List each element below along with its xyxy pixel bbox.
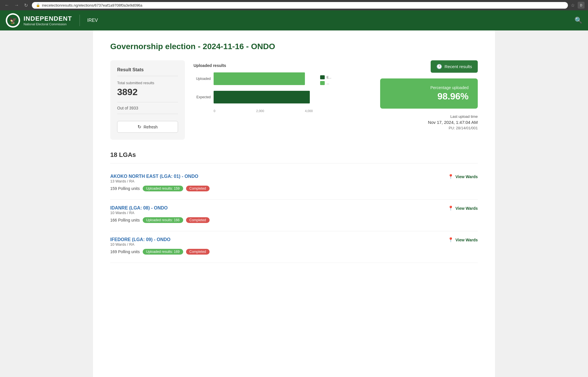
lga-count-title: 18 LGAs xyxy=(110,151,478,164)
location-icon-1: 📍 xyxy=(448,174,454,179)
stats-chart-area: Result Stats Total submitted results 389… xyxy=(110,60,478,140)
recent-results-label: Recent results xyxy=(444,64,472,69)
lga-section: 18 LGAs AKOKO NORTH EAST (LGA: 01) - OND… xyxy=(110,151,478,263)
location-icon-3: 📍 xyxy=(448,237,454,243)
lga-item-2: IDANRE (LGA: 08) - ONDO 10 Wards / RA 16… xyxy=(110,200,478,231)
refresh-label: Refresh xyxy=(144,125,158,129)
lga-wards-2: 10 Wards / RA xyxy=(110,211,210,215)
organization-name: INDEPENDENT xyxy=(24,15,72,22)
view-wards-btn-2[interactable]: 📍 View Wards xyxy=(448,205,478,211)
last-upload-time: Nov 17, 2024, 1:47:04 AM xyxy=(428,120,478,125)
tick-4000: 4,000 xyxy=(305,109,313,113)
lga-left-3: IFEDORE (LGA: 09) - ONDO 10 Wards / RA 1… xyxy=(110,237,210,255)
chart-title: Uploaded results xyxy=(194,63,331,68)
legend-other-label: ... xyxy=(326,81,329,85)
polling-units-1: 159 Polling units xyxy=(110,186,140,191)
lga-name-link-1[interactable]: AKOKO NORTH EAST (LGA: 01) - ONDO xyxy=(110,174,198,179)
uploaded-bar-container xyxy=(214,72,313,85)
result-stats-card: Result Stats Total submitted results 389… xyxy=(110,60,185,140)
expected-label: Expected xyxy=(194,95,211,99)
legend-item-other: ... xyxy=(320,81,331,85)
chart-percentage-area: Uploaded results Uploaded Expected xyxy=(194,60,331,116)
pu-number: PU: 28/14/01/001 xyxy=(428,126,478,130)
logo-inner: 🦅 xyxy=(7,14,19,27)
polling-units-2: 166 Polling units xyxy=(110,218,140,222)
top-right-area: 🕐 Recent results Percentage uploaded 98.… xyxy=(340,60,478,130)
extensions-area: D xyxy=(578,2,585,9)
url-bar[interactable]: 🔒 inecelectionresults.ng/elections/6737e… xyxy=(32,2,568,9)
reload-button[interactable]: ↻ xyxy=(23,2,29,9)
lga-left-2: IDANRE (LGA: 08) - ONDO 10 Wards / RA 16… xyxy=(110,205,210,223)
search-icon[interactable]: 🔍 xyxy=(575,17,582,24)
recent-icon: 🕐 xyxy=(436,64,442,69)
view-wards-label-3: View Wards xyxy=(455,238,478,242)
refresh-button[interactable]: ↻ Refresh xyxy=(117,121,178,133)
recent-results-button[interactable]: 🕐 Recent results xyxy=(431,60,478,73)
lga-item-3: IFEDORE (LGA: 09) - ONDO 10 Wards / RA 1… xyxy=(110,231,478,263)
lga-left-1: AKOKO NORTH EAST (LGA: 01) - ONDO 13 War… xyxy=(110,174,210,191)
view-wards-btn-3[interactable]: 📍 View Wards xyxy=(448,237,478,243)
lga-item: AKOKO NORTH EAST (LGA: 01) - ONDO 13 War… xyxy=(110,168,478,200)
view-wards-btn-1[interactable]: 📍 View Wards xyxy=(448,174,478,179)
organization-subtitle: National Electoral Commission xyxy=(24,22,72,26)
forward-button[interactable]: → xyxy=(13,2,20,8)
chart-bars-area: Uploaded Expected xyxy=(194,72,313,113)
legend-item-expected: E... xyxy=(320,75,331,79)
chart-x-axis: 0 2,000 4,000 xyxy=(194,109,313,113)
lga-name-link-2[interactable]: IDANRE (LGA: 08) - ONDO xyxy=(110,205,168,210)
out-of-label: Out of 3933 xyxy=(117,102,178,114)
total-submitted-value: 3892 xyxy=(117,87,178,97)
total-submitted-label: Total submitted results xyxy=(117,81,178,85)
expected-bar-container xyxy=(214,91,313,103)
lga-name-link-3[interactable]: IFEDORE (LGA: 09) - ONDO xyxy=(110,237,171,242)
chart-area: Uploaded results Uploaded Expected xyxy=(194,60,331,116)
chart-row-expected: Expected xyxy=(194,91,313,103)
percentage-label: Percentage uploaded xyxy=(389,85,469,90)
lock-icon: 🔒 xyxy=(36,3,40,7)
chart-row-uploaded: Uploaded xyxy=(194,72,313,85)
legend-color-other xyxy=(320,81,325,85)
logo-area: 🦅 INDEPENDENT National Electoral Commiss… xyxy=(6,13,72,28)
lga-wards-1: 13 Wards / RA xyxy=(110,179,210,183)
expected-bar xyxy=(214,91,310,103)
browser-chrome: ← → ↻ 🔒 inecelectionresults.ng/elections… xyxy=(0,0,588,10)
uploaded-badge-3: Uploaded results: 169 xyxy=(143,249,183,255)
lga-header-1: AKOKO NORTH EAST (LGA: 01) - ONDO 13 War… xyxy=(110,174,478,191)
main-content: Governorship election - 2024-11-16 - OND… xyxy=(93,30,495,377)
extension-icon: D xyxy=(578,2,585,9)
tick-0: 0 xyxy=(214,109,215,113)
location-icon-2: 📍 xyxy=(448,205,454,211)
uploaded-badge-2: Uploaded results: 166 xyxy=(143,217,183,223)
site-header: 🦅 INDEPENDENT National Electoral Commiss… xyxy=(0,10,588,30)
legend-color-expected xyxy=(320,75,325,79)
page-title: Governorship election - 2024-11-16 - OND… xyxy=(110,42,478,51)
completed-badge-1: Completed xyxy=(186,186,210,191)
lga-badges-3: 169 Polling units Uploaded results: 169 … xyxy=(110,249,210,255)
completed-badge-2: Completed xyxy=(186,217,210,223)
chart-legend: E... ... xyxy=(320,75,331,85)
completed-badge-3: Completed xyxy=(186,249,210,255)
lga-header-3: IFEDORE (LGA: 09) - ONDO 10 Wards / RA 1… xyxy=(110,237,478,255)
nav-divider xyxy=(80,15,80,26)
logo-circle: 🦅 xyxy=(6,13,20,28)
lga-badges-1: 159 Polling units Uploaded results: 159 … xyxy=(110,186,210,191)
lga-header-2: IDANRE (LGA: 08) - ONDO 10 Wards / RA 16… xyxy=(110,205,478,223)
refresh-icon: ↻ xyxy=(138,124,141,130)
back-button[interactable]: ← xyxy=(3,2,10,8)
percentage-card: Percentage uploaded 98.96% xyxy=(380,78,478,109)
percentage-value: 98.96% xyxy=(389,91,469,102)
lga-badges-2: 166 Polling units Uploaded results: 166 … xyxy=(110,217,210,223)
view-wards-label-2: View Wards xyxy=(455,206,478,211)
view-wards-label-1: View Wards xyxy=(455,174,478,179)
uploaded-badge-1: Uploaded results: 159 xyxy=(143,186,183,191)
tick-2000: 2,000 xyxy=(256,109,264,113)
result-stats-title: Result Stats xyxy=(117,67,178,76)
nav-irev-link[interactable]: IREV xyxy=(87,18,98,23)
last-upload-section: Last upload time Nov 17, 2024, 1:47:04 A… xyxy=(428,114,478,130)
svg-text:🦅: 🦅 xyxy=(9,17,17,24)
uploaded-label: Uploaded xyxy=(194,77,211,81)
polling-units-3: 169 Polling units xyxy=(110,249,140,254)
bookmark-icon[interactable]: ☆ xyxy=(571,3,575,8)
lga-wards-3: 10 Wards / RA xyxy=(110,242,210,247)
uploaded-bar xyxy=(214,72,305,85)
